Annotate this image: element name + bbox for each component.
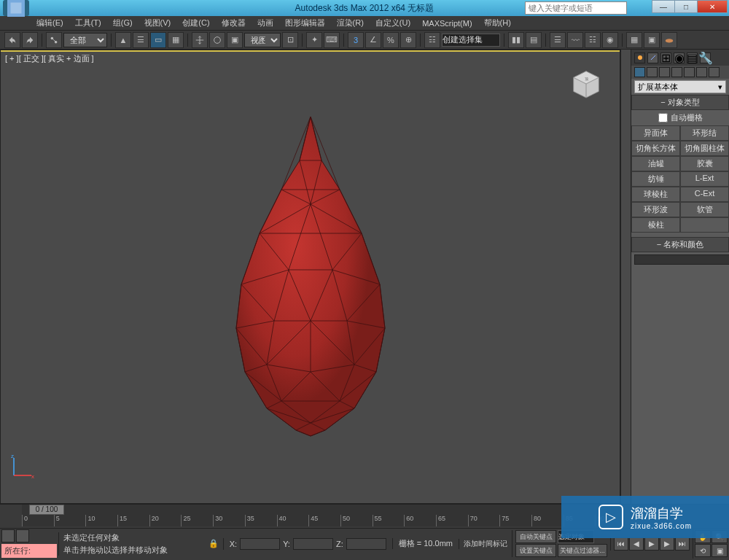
keyboard-button[interactable]: ⌨ xyxy=(324,32,340,48)
close-button[interactable]: ✕ xyxy=(697,0,728,13)
redo-button[interactable] xyxy=(22,32,38,48)
time-slider-handle[interactable]: 0 / 100 xyxy=(29,505,64,515)
manipulate-button[interactable]: ✦ xyxy=(306,32,322,48)
tab-modify[interactable] xyxy=(647,52,658,63)
menu-maxscript[interactable]: MAXScript(M) xyxy=(416,19,477,28)
btn-hose[interactable]: 软管 xyxy=(680,202,729,217)
z-field[interactable] xyxy=(346,538,386,550)
cat-shapes[interactable] xyxy=(647,67,658,77)
spinner-snap-button[interactable]: ⊕ xyxy=(400,32,416,48)
x-field[interactable] xyxy=(240,538,280,550)
cat-lights[interactable] xyxy=(659,67,670,77)
prev-frame-button[interactable]: ◀ xyxy=(629,537,644,551)
btn-cext[interactable]: C-Ext xyxy=(680,187,729,202)
viewport[interactable]: [ + ][ 正交 ][ 真实 + 边面 ] 顶 xyxy=(0,50,620,504)
autokey-button[interactable]: 自动关键点 xyxy=(515,530,556,543)
cat-geometry[interactable] xyxy=(634,67,645,77)
tab-hierarchy[interactable]: ⊞ xyxy=(660,52,671,63)
section-header-name[interactable]: − 名称和颜色 xyxy=(631,237,729,252)
y-field[interactable] xyxy=(293,538,333,550)
section-header-objtype[interactable]: − 对象类型 xyxy=(631,95,729,110)
move-button[interactable] xyxy=(192,32,208,48)
cat-cameras[interactable] xyxy=(671,67,682,77)
mirror-button[interactable]: ▮▮ xyxy=(508,32,524,48)
menu-help[interactable]: 帮助(H) xyxy=(478,18,517,28)
btn-ringwave[interactable]: 环形波 xyxy=(631,202,680,217)
angle-snap-button[interactable]: ∠ xyxy=(365,32,381,48)
viewport-label[interactable]: [ + ][ 正交 ][ 真实 + 边面 ] xyxy=(5,53,94,64)
edit-selset-button[interactable]: ☷ xyxy=(424,32,440,48)
filter-select[interactable]: 全部 xyxy=(63,33,107,47)
align-button[interactable]: ▤ xyxy=(526,32,542,48)
select-button[interactable]: ▲ xyxy=(115,32,131,48)
object-name-input[interactable] xyxy=(634,254,729,265)
maximize-button[interactable]: □ xyxy=(674,0,698,13)
tab-display[interactable]: ▤ xyxy=(687,52,698,63)
cat-systems[interactable] xyxy=(709,67,720,77)
window-crossing-button[interactable]: ▦ xyxy=(168,32,184,48)
cat-helpers[interactable] xyxy=(684,67,695,77)
render-button[interactable] xyxy=(661,32,677,48)
render-setup-button[interactable]: ▦ xyxy=(626,32,642,48)
search-input[interactable] xyxy=(525,1,627,15)
render-frame-button[interactable]: ▣ xyxy=(644,32,660,48)
pivot-button[interactable]: ⊡ xyxy=(282,32,298,48)
tab-motion[interactable]: ◉ xyxy=(674,52,685,63)
maxscript-icon[interactable] xyxy=(1,529,15,542)
selset-input[interactable] xyxy=(442,34,500,47)
listener-icon[interactable] xyxy=(16,529,29,542)
select-name-button[interactable]: ☰ xyxy=(133,32,149,48)
refcoord-select[interactable]: 视图 xyxy=(244,33,281,47)
btn-hedra[interactable]: 异面体 xyxy=(631,125,680,141)
snap-button[interactable]: 3 xyxy=(348,32,364,48)
goto-end-button[interactable]: ⏭ xyxy=(675,537,690,551)
menu-animation[interactable]: 动画 xyxy=(252,18,279,28)
btn-torusknot[interactable]: 环形结 xyxy=(680,125,729,141)
time-ruler[interactable]: 0 5 10 15 20 25 30 35 40 45 50 55 60 65 … xyxy=(22,515,627,526)
app-icon[interactable] xyxy=(3,0,29,16)
btn-lext[interactable]: L-Ext xyxy=(680,171,729,187)
viewcube[interactable]: 顶 xyxy=(567,65,605,103)
tab-create[interactable] xyxy=(634,52,645,63)
cat-spacewarps[interactable] xyxy=(696,67,707,77)
keyfilter-button[interactable]: 关键点过滤器... xyxy=(558,544,607,557)
material-button[interactable]: ◉ xyxy=(602,32,618,48)
menu-customize[interactable]: 自定义(U) xyxy=(370,18,416,28)
menu-grapheditors[interactable]: 图形编辑器 xyxy=(279,18,331,28)
btn-capsule[interactable]: 胶囊 xyxy=(680,156,729,171)
btn-prism[interactable]: 棱柱 xyxy=(631,217,680,233)
btn-oiltank[interactable]: 油罐 xyxy=(631,156,680,171)
undo-button[interactable] xyxy=(4,32,20,48)
setkey-button[interactable]: 设置关键点 xyxy=(515,544,556,557)
btn-spindle[interactable]: 纺锤 xyxy=(631,171,680,187)
nav-max-button[interactable]: ▣ xyxy=(712,544,728,557)
tab-utilities[interactable]: 🔧 xyxy=(700,52,711,63)
lock-icon[interactable]: 🔒 xyxy=(204,539,223,548)
schematic-button[interactable]: ☷ xyxy=(585,32,601,48)
percent-snap-button[interactable]: % xyxy=(383,32,399,48)
next-frame-button[interactable]: ▶ xyxy=(660,537,674,551)
curve-editor-button[interactable]: 〰 xyxy=(567,32,583,48)
subcategory-dropdown[interactable]: 扩展基本体▾ xyxy=(634,80,726,93)
scale-button[interactable]: ▣ xyxy=(227,32,243,48)
nav-orbit-button[interactable]: ⟲ xyxy=(695,544,711,557)
menu-rendering[interactable]: 渲染(R) xyxy=(331,18,370,28)
time-slider-track[interactable]: 0 / 100 xyxy=(22,505,627,515)
menu-group[interactable]: 组(G) xyxy=(107,18,139,28)
btn-chamferbox[interactable]: 切角长方体 xyxy=(631,141,680,156)
model-3d[interactable] xyxy=(187,102,434,452)
menu-create[interactable]: 创建(C) xyxy=(176,18,215,28)
autogrid-check[interactable]: 自动栅格 xyxy=(631,110,729,125)
minimize-button[interactable]: — xyxy=(652,0,675,13)
menu-tools[interactable]: 工具(T) xyxy=(69,18,107,28)
addmark-label[interactable]: 添加时间标记 xyxy=(464,539,507,549)
layer-button[interactable]: ☰ xyxy=(550,32,566,48)
menu-views[interactable]: 视图(V) xyxy=(139,18,177,28)
select-region-button[interactable]: ▭ xyxy=(150,32,166,48)
btn-chamfercyl[interactable]: 切角圆柱体 xyxy=(680,141,729,156)
menu-edit[interactable]: 编辑(E) xyxy=(31,18,69,28)
btn-gengon[interactable]: 球棱柱 xyxy=(631,187,680,202)
rotate-button[interactable] xyxy=(209,32,225,48)
menu-modifiers[interactable]: 修改器 xyxy=(216,18,252,28)
link-button[interactable] xyxy=(46,32,62,48)
